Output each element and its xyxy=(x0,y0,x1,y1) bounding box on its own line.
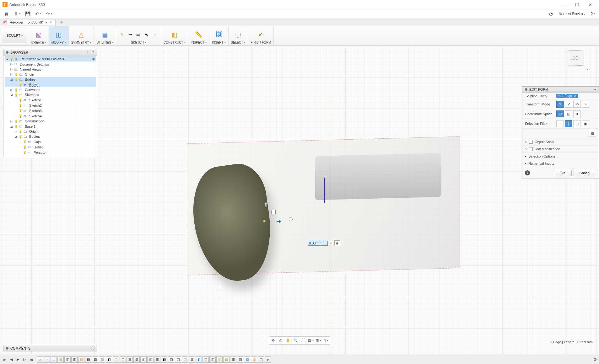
filter-edge-button[interactable]: │ xyxy=(565,120,572,127)
plane-icon[interactable]: ◧ xyxy=(170,30,179,39)
visibility-icon[interactable]: 💡 xyxy=(19,135,22,138)
chevron-down-icon[interactable]: ◢ xyxy=(10,78,13,81)
finish-icon[interactable]: ✔ xyxy=(256,30,266,39)
timeline-feature[interactable]: ◫ xyxy=(216,356,223,363)
visibility-icon[interactable]: 💡 xyxy=(23,145,27,149)
save-button[interactable]: 💾 xyxy=(24,10,31,17)
pan-button[interactable]: ✋ xyxy=(285,337,292,344)
tree-named-views[interactable]: ▷🗀Named Views xyxy=(5,67,96,72)
insert-icon[interactable]: 🖼 xyxy=(214,30,224,39)
timeline-next-button[interactable]: ▷ xyxy=(22,357,27,362)
timeline-feature[interactable]: ◧ xyxy=(106,356,112,363)
undo-button[interactable]: ↶ xyxy=(35,10,42,17)
timeline-feature[interactable]: ◫ xyxy=(64,356,71,363)
ribbon-modify[interactable]: ◫ MODIFY xyxy=(49,26,69,46)
radio-icon[interactable]: ◉ xyxy=(92,57,95,61)
filter-vertex-button[interactable]: · xyxy=(556,120,564,127)
editform-icon[interactable]: ◫ xyxy=(54,30,63,39)
ribbon-construct[interactable]: ◧ CONSTRUCT xyxy=(161,26,188,46)
ribbon-insert[interactable]: 🖼 INSERT xyxy=(209,26,229,46)
ribbon-select[interactable]: ⬚ SELECT xyxy=(229,26,248,46)
object-snap-checkbox[interactable] xyxy=(529,140,533,144)
box-icon[interactable]: ▧ xyxy=(34,30,43,39)
file-menu-button[interactable]: 🗎 xyxy=(13,10,21,17)
tree-origin[interactable]: ▷💡🗀Origin xyxy=(5,72,96,77)
tree-doc-settings[interactable]: ▷⚙Document Settings xyxy=(5,62,96,67)
visibility-icon[interactable]: 💡 xyxy=(14,93,18,97)
visibility-icon[interactable]: 💡 xyxy=(14,78,18,81)
timeline-feature[interactable]: ◫ xyxy=(175,356,181,363)
measure-icon[interactable]: 📏 xyxy=(194,30,203,39)
timeline-feature[interactable]: ▧ xyxy=(223,356,229,363)
chevron-down-icon[interactable]: ◢ xyxy=(5,57,8,61)
timeline-feature[interactable]: ▱ xyxy=(37,356,43,363)
timeline-feature[interactable]: ◫ xyxy=(230,356,236,363)
browser-settings-button[interactable]: ◯ xyxy=(84,50,88,54)
ribbon-inspect[interactable]: 📏 INSPECT xyxy=(188,26,209,46)
clear-selection-button[interactable]: ✕ xyxy=(574,94,576,98)
visibility-icon[interactable]: 💡 xyxy=(14,120,18,123)
workspace-switcher[interactable]: SCULPT xyxy=(2,28,27,43)
maximize-button[interactable]: ☐ xyxy=(571,1,583,8)
chevron-down-icon[interactable]: ◢ xyxy=(10,125,13,128)
ok-button[interactable]: OK xyxy=(555,170,572,176)
timeline-feature[interactable]: ◫ xyxy=(258,356,264,363)
timeline-feature[interactable]: ◧ xyxy=(140,356,147,363)
visibility-icon[interactable]: 💡 xyxy=(10,57,13,61)
user-name[interactable]: Norbert Rovira xyxy=(559,12,585,16)
timeline-feature[interactable]: ▱ xyxy=(44,356,50,363)
dimension-snap-button[interactable]: ⊕ xyxy=(334,240,340,246)
tree-gatillo[interactable]: 💡▭Gatillo xyxy=(5,144,96,150)
filter-body-button[interactable]: ▣ xyxy=(582,120,589,127)
timeline-feature[interactable]: ◫ xyxy=(168,356,174,363)
timeline-feature[interactable]: ◫ xyxy=(147,356,154,363)
tspline-selection-badge[interactable]: ↖ 1 Edge ✕ xyxy=(556,94,578,98)
pin-icon[interactable]: 📌 xyxy=(3,20,6,24)
mirror-icon[interactable]: △ xyxy=(76,30,86,39)
browser-header[interactable]: BROWSER ◯ ⚙ xyxy=(3,49,97,56)
line-icon[interactable]: ⇝ xyxy=(127,31,134,38)
tree-sketch1[interactable]: 💡▱Sketch1 xyxy=(5,97,96,103)
viewcube[interactable]: TOP FRONT Z X xyxy=(568,50,590,72)
timeline-feature[interactable]: ▧ xyxy=(99,356,105,363)
timeline-feature[interactable]: ◫ xyxy=(202,356,209,363)
job-status-icon[interactable]: ◔ xyxy=(547,10,555,17)
panel-handle-icon[interactable] xyxy=(6,347,8,350)
timeline-feature[interactable]: ▧ xyxy=(57,356,64,363)
dimension-input[interactable]: ▾ ⊕ xyxy=(308,240,340,246)
orbit-button[interactable]: ✥ xyxy=(270,337,277,344)
help-button[interactable]: ? xyxy=(589,10,596,17)
timeline-feature[interactable]: ▧ xyxy=(251,356,257,363)
coord-space-1-button[interactable]: ⊞ xyxy=(556,110,564,117)
minimize-button[interactable]: — xyxy=(558,1,570,8)
timeline-feature[interactable]: ◫ xyxy=(113,356,119,363)
viewports-button[interactable]: ▯ xyxy=(322,337,329,344)
tree-body1[interactable]: 💡◆Body1 xyxy=(5,82,96,87)
tree-construction[interactable]: ▷💡🗀Construction xyxy=(5,119,96,124)
tree-sketch4[interactable]: 💡▱Sketch4 xyxy=(5,113,96,119)
timeline-feature[interactable]: ▧ xyxy=(244,356,250,363)
apps-grid-button[interactable]: ▦ xyxy=(3,10,10,17)
edit-form-header[interactable]: EDIT FORM ⇥ xyxy=(522,87,599,93)
transform-mode-3-button[interactable]: ⟲ xyxy=(573,101,581,108)
spline-icon[interactable]: ∿ xyxy=(143,31,150,38)
cancel-button[interactable]: Cancel xyxy=(574,170,596,176)
timeline-feature[interactable]: ◧ xyxy=(196,356,202,363)
transform-mode-2-button[interactable]: ⤢ xyxy=(565,101,572,108)
zoom-button[interactable]: 🔍 xyxy=(292,337,299,344)
close-button[interactable]: ✕ xyxy=(584,1,596,8)
transform-mode-4-button[interactable]: ⤡ xyxy=(582,101,589,108)
tree-percutor[interactable]: 💡▭Percutor xyxy=(5,150,96,155)
visibility-icon[interactable]: 💡 xyxy=(19,109,22,112)
filter-face-button[interactable]: ▢ xyxy=(573,120,581,127)
visibility-icon[interactable]: 💡 xyxy=(23,140,27,143)
visibility-off-icon[interactable]: 💡 xyxy=(14,73,18,76)
new-tab-button[interactable]: ＋ xyxy=(57,19,66,25)
timeline-start-button[interactable]: ⏮ xyxy=(2,357,8,362)
ribbon-create[interactable]: ▧ CREATE xyxy=(29,26,49,46)
chevron-down-icon[interactable]: ◢ xyxy=(14,135,17,138)
timeline-feature[interactable]: ▧ xyxy=(189,356,195,363)
dimension-dropdown-button[interactable]: ▾ xyxy=(329,241,333,245)
tree-bodies[interactable]: ◢💡🗀Bodies xyxy=(5,77,96,82)
redo-button[interactable]: ↷ xyxy=(45,10,53,17)
